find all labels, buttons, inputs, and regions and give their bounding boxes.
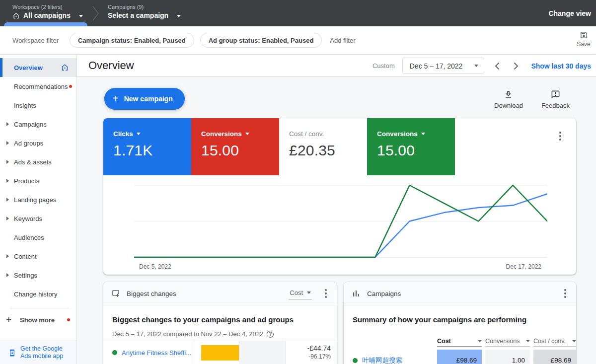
campaign-caret-down-icon[interactable] xyxy=(177,15,181,19)
sidebar-item-overview[interactable]: Overview xyxy=(0,58,76,77)
home-icon xyxy=(12,12,20,19)
card-title: Biggest changes xyxy=(127,290,176,297)
show-more-button[interactable]: + Show more xyxy=(0,311,76,329)
filter-chip-campaign-status[interactable]: Campaign status: Enabled, Paused xyxy=(70,33,194,48)
sidebar-item-label: Ad groups xyxy=(14,140,43,147)
next-period-button[interactable] xyxy=(510,59,522,73)
workspace-filter-bar: Workspace filter Campaign status: Enable… xyxy=(0,26,596,55)
biggest-changes-subheading: Dec 5 – 17, 2022 compared to Nov 22 – De… xyxy=(112,330,328,338)
sidebar-item-recommendations[interactable]: Recommendations xyxy=(0,77,76,96)
sidebar-item-campaigns[interactable]: Campaigns xyxy=(0,115,76,134)
chevron-left-icon xyxy=(495,62,500,70)
sidebar-item-content[interactable]: Content xyxy=(0,247,76,266)
bar-chart-icon xyxy=(352,289,361,298)
page-actions: Download Feedback xyxy=(494,90,570,109)
download-label: Download xyxy=(494,102,523,109)
column-header-conversions[interactable]: Conversions xyxy=(485,338,530,347)
caret-down-icon xyxy=(474,65,478,69)
sidebar-item-insights[interactable]: Insights xyxy=(0,96,76,115)
column-header-cost-per-conv[interactable]: Cost / conv. xyxy=(533,338,576,347)
show-last-30-days-link[interactable]: Show last 30 days xyxy=(531,62,591,70)
page-title: Overview xyxy=(88,59,134,72)
change-amount: -£44.74 xyxy=(286,344,331,352)
save-button[interactable]: Save xyxy=(572,31,596,48)
top-navigation-bar: Workspace (2 filters) All campaigns Camp… xyxy=(0,0,596,26)
campaign-link[interactable]: 叶哺网超搜索 xyxy=(362,356,402,364)
scorecard-conversions: Conversions 15.00 xyxy=(191,118,279,175)
campaign-selector-title: Select a campaign xyxy=(108,11,168,19)
overview-card-menu-button[interactable] xyxy=(554,131,566,144)
sidebar-item-audiences[interactable]: Audiences xyxy=(0,228,76,247)
phone-download-icon xyxy=(8,348,16,358)
campaign-selector[interactable]: Campaigns (9) Select a campaign xyxy=(108,4,168,19)
expand-arrow-icon xyxy=(6,160,11,164)
mobile-app-promo[interactable]: Get the Google Ads mobile app xyxy=(0,341,76,364)
sidebar-item-settings[interactable]: Settings xyxy=(0,266,76,285)
scorecard-value: 15.00 xyxy=(377,142,455,159)
sidebar-item-label: Insights xyxy=(14,102,36,109)
breadcrumb-separator-icon xyxy=(92,3,100,23)
sidebar-divider xyxy=(10,308,69,308)
home-icon xyxy=(61,63,69,72)
column-header-cost[interactable]: Cost xyxy=(437,338,482,347)
notification-dot xyxy=(67,318,70,321)
more-options-icon xyxy=(325,289,327,291)
new-campaign-button[interactable]: + New campaign xyxy=(104,88,185,110)
x-axis-end-label: Dec 17, 2022 xyxy=(506,263,541,270)
sidebar-item-change-history[interactable]: Change history xyxy=(0,285,76,303)
negative-change-bar xyxy=(201,345,239,361)
cost-cell: £98.69 xyxy=(437,350,482,364)
status-dot xyxy=(353,358,358,363)
scorecard-value: 15.00 xyxy=(201,142,279,159)
workspace-title: All campaigns xyxy=(23,11,71,19)
sidebar-item-products[interactable]: Products xyxy=(0,171,76,190)
google-ads-overview-page: Workspace (2 filters) All campaigns Camp… xyxy=(0,0,596,364)
campaign-link[interactable]: Anytime Fitness Sheffi... xyxy=(122,349,191,357)
more-options-icon xyxy=(564,289,566,291)
scorecard-label: Conversions xyxy=(201,130,242,138)
filter-chip-ad-group-status[interactable]: Ad group status: Enabled, Paused xyxy=(200,33,322,48)
sidebar-item-keywords[interactable]: Keywords xyxy=(0,209,76,228)
mobile-app-promo-label: Get the Google Ads mobile app xyxy=(20,345,68,360)
scorecard-value: 1.71K xyxy=(113,142,191,159)
change-values-cell: -£44.74 -96.17% xyxy=(286,341,337,364)
biggest-changes-menu-button[interactable] xyxy=(320,287,332,300)
performance-chart-area xyxy=(134,182,547,261)
more-options-icon xyxy=(559,132,561,134)
positive-change-bar-cell xyxy=(239,341,286,364)
expand-arrow-icon xyxy=(6,141,11,145)
scorecard-metric-dropdown[interactable]: Conversions xyxy=(377,130,455,138)
scorecard-label: Cost / conv. xyxy=(289,130,324,138)
campaigns-card-header: Campaigns xyxy=(344,282,576,305)
sidebar: Overview Recommendations Insights Campai… xyxy=(0,55,77,364)
date-range-picker[interactable]: Dec 5 – 17, 2022 xyxy=(402,58,485,74)
sidebar-item-landing-pages[interactable]: Landing pages xyxy=(0,190,76,209)
overview-summary-card: Clicks 1.71K Conversions 15.00 Cost / co… xyxy=(103,118,576,275)
caret-down-icon xyxy=(137,133,141,137)
feedback-button[interactable]: Feedback xyxy=(541,90,570,109)
scorecard-metric-dropdown[interactable]: Clicks xyxy=(113,130,191,138)
campaigns-card-menu-button[interactable] xyxy=(559,287,571,300)
previous-period-button[interactable] xyxy=(491,59,504,73)
sidebar-item-ad-groups[interactable]: Ad groups xyxy=(0,134,76,152)
add-filter-button[interactable]: Add filter xyxy=(330,37,355,44)
workspace-switcher[interactable]: Workspace (2 filters) All campaigns xyxy=(12,4,71,19)
notification-dot xyxy=(69,85,72,88)
sidebar-item-label: Products xyxy=(14,177,39,185)
overview-chart xyxy=(134,182,547,261)
scorecard-conversions-2: Conversions 15.00 xyxy=(367,118,455,175)
feedback-icon xyxy=(551,90,560,99)
sidebar-item-ads-assets[interactable]: Ads & assets xyxy=(0,152,76,171)
help-icon[interactable]: ? xyxy=(267,331,274,338)
biggest-changes-metric-selector[interactable]: Cost xyxy=(289,288,312,299)
change-percent: -96.17% xyxy=(286,353,331,360)
change-view-button[interactable]: Change view xyxy=(548,9,591,17)
sidebar-item-label: Overview xyxy=(14,64,43,72)
card-title: Campaigns xyxy=(367,290,401,297)
download-button[interactable]: Download xyxy=(494,90,523,109)
scorecard-metric-dropdown[interactable]: Conversions xyxy=(201,130,279,138)
workspace-caret-down-icon[interactable] xyxy=(79,15,83,19)
change-bar-cell xyxy=(194,341,239,364)
biggest-changes-heading: Biggest changes to your campaigns and ad… xyxy=(112,315,328,324)
expand-arrow-icon xyxy=(6,273,11,277)
